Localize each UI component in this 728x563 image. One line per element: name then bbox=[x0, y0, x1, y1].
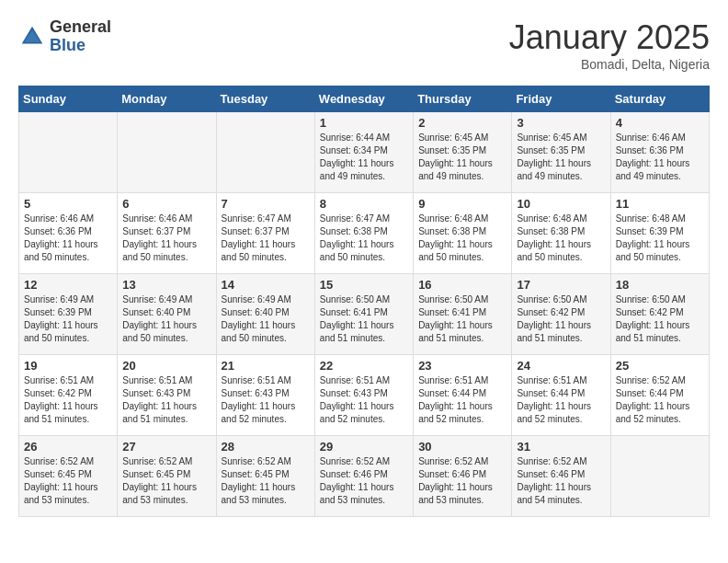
calendar-cell: 1Sunrise: 6:44 AM Sunset: 6:34 PM Daylig… bbox=[314, 112, 413, 193]
day-number: 23 bbox=[418, 359, 506, 373]
day-number: 22 bbox=[320, 359, 408, 373]
calendar-cell: 15Sunrise: 6:50 AM Sunset: 6:41 PM Dayli… bbox=[314, 274, 413, 355]
page-header: General Blue January 2025 Bomadi, Delta,… bbox=[18, 18, 710, 72]
calendar-cell: 7Sunrise: 6:47 AM Sunset: 6:37 PM Daylig… bbox=[216, 193, 314, 274]
day-number: 10 bbox=[517, 197, 605, 211]
calendar-cell: 27Sunrise: 6:52 AM Sunset: 6:45 PM Dayli… bbox=[118, 436, 216, 517]
day-number: 29 bbox=[320, 440, 408, 454]
day-number: 27 bbox=[122, 440, 210, 454]
calendar-cell: 16Sunrise: 6:50 AM Sunset: 6:41 PM Dayli… bbox=[414, 274, 512, 355]
day-info: Sunrise: 6:45 AM Sunset: 6:35 PM Dayligh… bbox=[517, 132, 605, 183]
weekday-header-thursday: Thursday bbox=[414, 86, 512, 112]
title-block: January 2025 Bomadi, Delta, Nigeria bbox=[509, 18, 710, 72]
calendar-cell bbox=[19, 112, 118, 193]
day-info: Sunrise: 6:52 AM Sunset: 6:44 PM Dayligh… bbox=[616, 374, 704, 426]
day-number: 7 bbox=[222, 197, 310, 211]
day-number: 1 bbox=[320, 116, 408, 130]
day-number: 12 bbox=[24, 278, 112, 292]
day-number: 9 bbox=[418, 197, 506, 211]
day-info: Sunrise: 6:50 AM Sunset: 6:42 PM Dayligh… bbox=[517, 293, 605, 345]
calendar-cell: 25Sunrise: 6:52 AM Sunset: 6:44 PM Dayli… bbox=[610, 355, 709, 436]
day-info: Sunrise: 6:51 AM Sunset: 6:43 PM Dayligh… bbox=[222, 374, 310, 426]
day-info: Sunrise: 6:52 AM Sunset: 6:45 PM Dayligh… bbox=[222, 455, 310, 507]
day-number: 14 bbox=[222, 278, 310, 292]
day-number: 26 bbox=[24, 440, 112, 454]
calendar-cell: 28Sunrise: 6:52 AM Sunset: 6:45 PM Dayli… bbox=[216, 436, 314, 517]
day-info: Sunrise: 6:50 AM Sunset: 6:41 PM Dayligh… bbox=[320, 293, 408, 345]
logo-icon bbox=[18, 23, 46, 51]
day-info: Sunrise: 6:51 AM Sunset: 6:43 PM Dayligh… bbox=[122, 374, 210, 426]
day-number: 5 bbox=[24, 197, 112, 211]
day-info: Sunrise: 6:48 AM Sunset: 6:38 PM Dayligh… bbox=[517, 213, 605, 264]
calendar-cell: 2Sunrise: 6:45 AM Sunset: 6:35 PM Daylig… bbox=[414, 112, 512, 193]
day-number: 19 bbox=[24, 359, 112, 373]
calendar-cell: 22Sunrise: 6:51 AM Sunset: 6:43 PM Dayli… bbox=[314, 355, 413, 436]
day-info: Sunrise: 6:47 AM Sunset: 6:37 PM Dayligh… bbox=[222, 213, 310, 264]
calendar-cell: 30Sunrise: 6:52 AM Sunset: 6:46 PM Dayli… bbox=[414, 436, 512, 517]
day-info: Sunrise: 6:52 AM Sunset: 6:46 PM Dayligh… bbox=[517, 455, 605, 507]
day-number: 21 bbox=[222, 359, 310, 373]
day-number: 25 bbox=[616, 359, 704, 373]
logo-general-text: General bbox=[50, 18, 111, 37]
calendar-week-row: 1Sunrise: 6:44 AM Sunset: 6:34 PM Daylig… bbox=[19, 112, 710, 193]
calendar-week-row: 5Sunrise: 6:46 AM Sunset: 6:36 PM Daylig… bbox=[19, 193, 710, 274]
calendar-cell: 12Sunrise: 6:49 AM Sunset: 6:39 PM Dayli… bbox=[19, 274, 118, 355]
day-number: 8 bbox=[320, 197, 408, 211]
day-info: Sunrise: 6:49 AM Sunset: 6:39 PM Dayligh… bbox=[24, 293, 112, 345]
day-info: Sunrise: 6:51 AM Sunset: 6:44 PM Dayligh… bbox=[418, 374, 506, 426]
day-number: 6 bbox=[122, 197, 210, 211]
calendar-cell bbox=[118, 112, 216, 193]
day-number: 17 bbox=[517, 278, 605, 292]
day-info: Sunrise: 6:52 AM Sunset: 6:45 PM Dayligh… bbox=[24, 455, 112, 507]
weekday-header-tuesday: Tuesday bbox=[216, 86, 314, 112]
day-number: 13 bbox=[122, 278, 210, 292]
calendar-week-row: 26Sunrise: 6:52 AM Sunset: 6:45 PM Dayli… bbox=[19, 436, 710, 517]
day-number: 30 bbox=[418, 440, 506, 454]
day-info: Sunrise: 6:50 AM Sunset: 6:41 PM Dayligh… bbox=[418, 293, 506, 345]
calendar-cell bbox=[216, 112, 314, 193]
day-number: 2 bbox=[418, 116, 506, 130]
calendar-cell: 14Sunrise: 6:49 AM Sunset: 6:40 PM Dayli… bbox=[216, 274, 314, 355]
day-number: 18 bbox=[616, 278, 704, 292]
weekday-header-sunday: Sunday bbox=[19, 86, 118, 112]
logo-blue-text: Blue bbox=[50, 37, 111, 55]
calendar-cell: 31Sunrise: 6:52 AM Sunset: 6:46 PM Dayli… bbox=[512, 436, 610, 517]
calendar-cell: 29Sunrise: 6:52 AM Sunset: 6:46 PM Dayli… bbox=[314, 436, 413, 517]
calendar-cell: 18Sunrise: 6:50 AM Sunset: 6:42 PM Dayli… bbox=[610, 274, 709, 355]
day-number: 20 bbox=[122, 359, 210, 373]
weekday-header-monday: Monday bbox=[118, 86, 216, 112]
day-info: Sunrise: 6:46 AM Sunset: 6:36 PM Dayligh… bbox=[616, 132, 704, 183]
calendar-cell: 26Sunrise: 6:52 AM Sunset: 6:45 PM Dayli… bbox=[19, 436, 118, 517]
day-info: Sunrise: 6:48 AM Sunset: 6:38 PM Dayligh… bbox=[418, 213, 506, 264]
logo: General Blue bbox=[18, 18, 111, 55]
calendar-cell: 13Sunrise: 6:49 AM Sunset: 6:40 PM Dayli… bbox=[118, 274, 216, 355]
weekday-header-saturday: Saturday bbox=[610, 86, 709, 112]
weekday-header-wednesday: Wednesday bbox=[314, 86, 413, 112]
day-info: Sunrise: 6:49 AM Sunset: 6:40 PM Dayligh… bbox=[222, 293, 310, 345]
calendar-week-row: 12Sunrise: 6:49 AM Sunset: 6:39 PM Dayli… bbox=[19, 274, 710, 355]
location-text: Bomadi, Delta, Nigeria bbox=[509, 57, 710, 72]
day-info: Sunrise: 6:45 AM Sunset: 6:35 PM Dayligh… bbox=[418, 132, 506, 183]
day-info: Sunrise: 6:51 AM Sunset: 6:42 PM Dayligh… bbox=[24, 374, 112, 426]
calendar-cell: 5Sunrise: 6:46 AM Sunset: 6:36 PM Daylig… bbox=[19, 193, 118, 274]
day-number: 15 bbox=[320, 278, 408, 292]
calendar-cell bbox=[610, 436, 709, 517]
day-number: 11 bbox=[616, 197, 704, 211]
day-info: Sunrise: 6:52 AM Sunset: 6:45 PM Dayligh… bbox=[122, 455, 210, 507]
calendar-cell: 24Sunrise: 6:51 AM Sunset: 6:44 PM Dayli… bbox=[512, 355, 610, 436]
weekday-header-friday: Friday bbox=[512, 86, 610, 112]
day-info: Sunrise: 6:51 AM Sunset: 6:43 PM Dayligh… bbox=[320, 374, 408, 426]
day-number: 16 bbox=[418, 278, 506, 292]
calendar-cell: 17Sunrise: 6:50 AM Sunset: 6:42 PM Dayli… bbox=[512, 274, 610, 355]
day-info: Sunrise: 6:47 AM Sunset: 6:38 PM Dayligh… bbox=[320, 213, 408, 264]
day-info: Sunrise: 6:51 AM Sunset: 6:44 PM Dayligh… bbox=[517, 374, 605, 426]
calendar-cell: 9Sunrise: 6:48 AM Sunset: 6:38 PM Daylig… bbox=[414, 193, 512, 274]
day-info: Sunrise: 6:52 AM Sunset: 6:46 PM Dayligh… bbox=[320, 455, 408, 507]
day-number: 4 bbox=[616, 116, 704, 130]
calendar-cell: 20Sunrise: 6:51 AM Sunset: 6:43 PM Dayli… bbox=[118, 355, 216, 436]
calendar-cell: 10Sunrise: 6:48 AM Sunset: 6:38 PM Dayli… bbox=[512, 193, 610, 274]
calendar-cell: 11Sunrise: 6:48 AM Sunset: 6:39 PM Dayli… bbox=[610, 193, 709, 274]
weekday-header-row: SundayMondayTuesdayWednesdayThursdayFrid… bbox=[19, 86, 710, 112]
day-info: Sunrise: 6:46 AM Sunset: 6:36 PM Dayligh… bbox=[24, 213, 112, 264]
day-number: 28 bbox=[222, 440, 310, 454]
